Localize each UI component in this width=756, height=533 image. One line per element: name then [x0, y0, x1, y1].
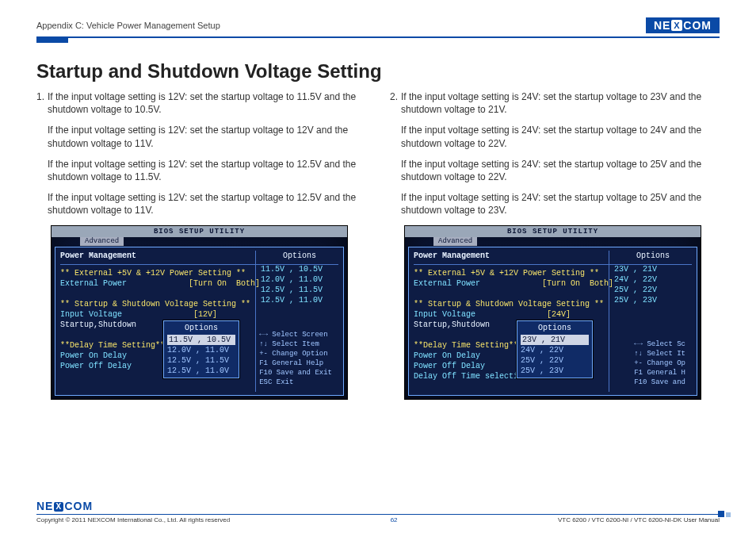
hint-5: ESC Exit [259, 378, 332, 387]
bios-tab-advanced[interactable]: Advanced [80, 237, 124, 246]
footer-square-icon [718, 511, 724, 517]
hint-r4: F10 Save and [634, 378, 685, 387]
bios-options-hdr-r: Options [614, 251, 692, 262]
right-p3: If the input voltage setting is 24V: set… [401, 158, 720, 183]
footer-logo: NEXCOM [36, 500, 720, 512]
bios-ext-power-val: [Turn On Both] [189, 279, 260, 288]
copyright: Copyright © 2011 NEXCOM International Co… [36, 516, 230, 523]
bios-popup-r1[interactable]: 24V , 22V [521, 345, 589, 355]
right-p1: If the input voltage setting is 24V: set… [401, 90, 720, 116]
bios-opt-r1: 24V , 22V [614, 274, 692, 285]
bios-popup[interactable]: Options 11.5V , 10.5V 12.0V , 11.0V 12.5… [163, 320, 239, 379]
hint-r1: ↑↓ Select It [634, 349, 685, 359]
hint-r0: ←→ Select Sc [634, 339, 685, 349]
bios-opt-2: 12.5V , 11.5V [261, 285, 338, 295]
bios-opt-0: 11.5V , 10.5V [261, 264, 338, 274]
bios-popup-sel-r[interactable]: 23V , 21V [521, 335, 589, 345]
bios-titlebar-r: BIOS SETUP UTILITY [405, 226, 701, 237]
page-number: 62 [391, 516, 398, 523]
left-column: 1. If the input voltage setting is 12V: … [36, 90, 366, 400]
bios-popup-2[interactable]: 12.5V , 11.5V [167, 355, 235, 366]
brand-x-icon: X [671, 20, 682, 31]
bios-opt-1: 12.0V , 11.0V [261, 274, 338, 285]
brand-right: COM [683, 19, 712, 32]
footer-brand-x-icon: X [54, 502, 63, 512]
left-p4: If the input voltage setting is 12V: set… [48, 191, 366, 217]
bios-titlebar: BIOS SETUP UTILITY [52, 226, 347, 237]
left-p2: If the input voltage setting is 12V: set… [48, 124, 366, 149]
bios-hints: ←→ Select Screen ↑↓ Select Item +- Chang… [259, 330, 332, 387]
bios-popup-hdr: Options [167, 323, 235, 334]
manual-name: VTC 6200 / VTC 6200-NI / VTC 6200-NI-DK … [558, 516, 720, 523]
bios-hints-r: ←→ Select Sc ↑↓ Select It +- Change Op F… [634, 339, 685, 387]
brand-left: NE [654, 19, 670, 32]
bios-tab-advanced-r[interactable]: Advanced [433, 237, 477, 246]
bios-popup-3[interactable]: 12.5V , 11.0V [167, 366, 235, 376]
footer-square-icon-light [726, 512, 731, 517]
bios-popup-1[interactable]: 12.0V , 11.0V [167, 345, 235, 355]
bios-popup-r[interactable]: Options 23V , 21V 24V , 22V 25V , 22V 25… [517, 320, 593, 379]
hint-4: F10 Save and Exit [259, 368, 332, 378]
bios-opt-r2: 25V , 22V [614, 285, 692, 295]
bios-input-row-r[interactable]: Input Voltage [414, 310, 475, 319]
left-p3: If the input voltage setting is 12V: set… [48, 158, 366, 183]
footer-brand-right: COM [64, 500, 93, 512]
bios-ext-power-row-r[interactable]: External Power [414, 279, 480, 288]
appendix-label: Appendix C: Vehicle Power Management Set… [36, 21, 220, 30]
bios-opt-3: 12.5V , 11.0V [261, 295, 338, 305]
right-p2: If the input voltage setting is 24V: set… [401, 124, 720, 149]
hint-r3: F1 General H [634, 368, 685, 378]
brand-logo: NEXCOM [646, 17, 720, 33]
bios-popup-r2[interactable]: 25V , 22V [521, 355, 589, 366]
bios-opt-r0: 23V , 21V [614, 264, 692, 274]
bios-popup-sel[interactable]: 11.5V , 10.5V [167, 335, 235, 345]
bios-input-val-r: [24V] [547, 310, 571, 319]
hint-0: ←→ Select Screen [259, 330, 332, 339]
footer-brand-left: NE [36, 500, 53, 512]
page-title: Startup and Shutdown Voltage Setting [36, 60, 720, 82]
header-rule [36, 36, 720, 38]
bios-input-val: [12V] [193, 310, 217, 319]
bios-ext-power-val-r: [Turn On Both] [542, 279, 613, 288]
hint-1: ↑↓ Select Item [259, 339, 332, 349]
bios-opt-r3: 25V , 23V [614, 295, 692, 305]
bios-popup-hdr-r: Options [521, 323, 589, 334]
bios-popup-r3[interactable]: 25V , 23V [521, 366, 589, 376]
bios-input-row[interactable]: Input Voltage [60, 310, 122, 319]
hint-3: F1 General Help [259, 359, 332, 368]
bios-ext-power-row[interactable]: External Power [60, 279, 127, 288]
right-column: 2. If the input voltage setting is 24V: … [390, 90, 720, 400]
bios-options-hdr: Options [261, 251, 338, 262]
list-number-1: 1. [36, 90, 48, 116]
hint-r2: +- Change Op [634, 359, 685, 368]
right-p4: If the input voltage setting is 24V: set… [401, 191, 720, 217]
left-p1: If the input voltage setting is 12V: set… [48, 90, 366, 116]
list-number-2: 2. [390, 90, 401, 116]
bios-screenshot-12v: BIOS SETUP UTILITY Advanced Power Manage… [51, 225, 348, 400]
hint-2: +- Change Option [259, 349, 332, 359]
bios-screenshot-24v: BIOS SETUP UTILITY Advanced Power Manage… [404, 225, 701, 400]
